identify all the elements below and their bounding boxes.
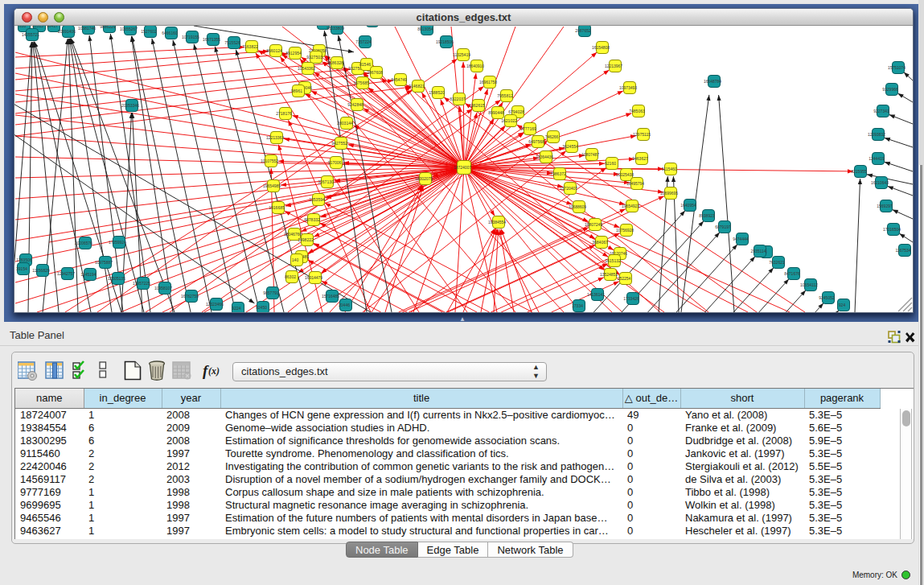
svg-text:19384554: 19384554 bbox=[488, 220, 506, 225]
svg-text:19654985: 19654985 bbox=[263, 183, 281, 188]
svg-text:15751074: 15751074 bbox=[888, 65, 906, 70]
svg-text:20206576: 20206576 bbox=[75, 241, 92, 245]
svg-text:8938923: 8938923 bbox=[699, 213, 715, 218]
svg-text:18640910: 18640910 bbox=[466, 64, 484, 68]
svg-text:16154808: 16154808 bbox=[592, 45, 610, 50]
svg-text:10025438: 10025438 bbox=[616, 172, 634, 177]
svg-text:92450: 92450 bbox=[256, 305, 267, 310]
svg-text:9115460: 9115460 bbox=[661, 167, 676, 171]
svg-text:1353594: 1353594 bbox=[309, 197, 325, 202]
svg-text:252254: 252254 bbox=[618, 276, 631, 281]
svg-text:1621022: 1621022 bbox=[501, 118, 517, 123]
svg-text:13524851: 13524851 bbox=[600, 272, 618, 277]
svg-text:924: 924 bbox=[839, 303, 846, 307]
svg-text:11156829: 11156829 bbox=[32, 268, 50, 273]
svg-text:9427552: 9427552 bbox=[331, 141, 347, 146]
svg-text:6794028: 6794028 bbox=[508, 109, 524, 114]
svg-text:1145194: 1145194 bbox=[80, 272, 96, 277]
svg-text:10655267: 10655267 bbox=[120, 27, 138, 31]
svg-text:20446: 20446 bbox=[339, 303, 350, 307]
svg-text:10654112: 10654112 bbox=[800, 282, 818, 287]
svg-text:2803144: 2803144 bbox=[337, 121, 353, 126]
svg-text:7163822: 7163822 bbox=[242, 44, 258, 49]
svg-text:17359924: 17359924 bbox=[109, 240, 126, 245]
svg-text:12093832: 12093832 bbox=[868, 132, 885, 137]
svg-text:9857791: 9857791 bbox=[263, 290, 279, 295]
svg-text:12505135: 12505135 bbox=[108, 276, 125, 281]
svg-text:90417: 90417 bbox=[47, 26, 58, 28]
svg-text:10756928: 10756928 bbox=[616, 228, 634, 233]
svg-text:3624554: 3624554 bbox=[562, 144, 578, 149]
svg-text:140: 140 bbox=[292, 257, 299, 262]
svg-text:9777169: 9777169 bbox=[520, 126, 536, 131]
svg-text:17957225: 17957225 bbox=[133, 281, 150, 286]
svg-text:7515526: 7515526 bbox=[224, 40, 240, 45]
svg-text:18495794: 18495794 bbox=[626, 181, 644, 186]
svg-text:12323466: 12323466 bbox=[206, 302, 224, 307]
svg-text:18807249: 18807249 bbox=[585, 222, 602, 227]
svg-text:6879197: 6879197 bbox=[715, 225, 731, 229]
svg-text:11325419: 11325419 bbox=[453, 52, 470, 57]
svg-text:12213363: 12213363 bbox=[266, 135, 284, 140]
svg-text:7955812: 7955812 bbox=[497, 93, 513, 98]
svg-text:16210643: 16210643 bbox=[871, 180, 889, 185]
svg-text:2087652: 2087652 bbox=[575, 28, 591, 33]
svg-text:8878332: 8878332 bbox=[304, 217, 320, 222]
svg-text:746266: 746266 bbox=[545, 134, 559, 139]
svg-text:8471676: 8471676 bbox=[784, 271, 800, 276]
svg-text:10046766: 10046766 bbox=[284, 232, 302, 237]
svg-text:8322037: 8322037 bbox=[450, 97, 466, 101]
svg-text:14055721: 14055721 bbox=[22, 32, 39, 37]
svg-text:9474444: 9474444 bbox=[733, 237, 749, 241]
svg-text:10719155: 10719155 bbox=[182, 35, 199, 39]
svg-text:3267130: 3267130 bbox=[318, 179, 334, 184]
svg-text:6497568: 6497568 bbox=[528, 139, 544, 144]
svg-text:19654923: 19654923 bbox=[622, 204, 639, 208]
svg-text:1167534: 1167534 bbox=[895, 248, 910, 253]
svg-text:18724007: 18724007 bbox=[454, 165, 471, 170]
svg-text:39154: 39154 bbox=[16, 266, 27, 271]
svg-text:7986372: 7986372 bbox=[550, 171, 566, 176]
svg-text:10975887: 10975887 bbox=[95, 260, 113, 265]
svg-text:917006: 917006 bbox=[328, 160, 342, 165]
svg-text:10543362: 10543362 bbox=[298, 66, 315, 71]
svg-text:62160: 62160 bbox=[605, 161, 616, 166]
svg-text:12213967: 12213967 bbox=[605, 64, 622, 68]
svg-text:16033809: 16033809 bbox=[326, 26, 344, 31]
svg-text:1615132: 1615132 bbox=[605, 258, 621, 263]
svg-text:16961758: 16961758 bbox=[479, 80, 497, 84]
svg-text:7485063: 7485063 bbox=[629, 109, 645, 113]
svg-text:10958107: 10958107 bbox=[154, 286, 172, 290]
svg-text:20691406: 20691406 bbox=[58, 29, 76, 34]
svg-text:18302075: 18302075 bbox=[415, 176, 433, 181]
svg-text:9886229: 9886229 bbox=[100, 26, 116, 29]
svg-text:2867608: 2867608 bbox=[367, 70, 383, 75]
svg-text:9224: 9224 bbox=[232, 306, 240, 311]
svg-text:10688609: 10688609 bbox=[569, 204, 586, 209]
svg-text:1733426: 1733426 bbox=[623, 296, 639, 301]
svg-text:2935114: 2935114 bbox=[750, 249, 766, 253]
svg-text:8660124: 8660124 bbox=[266, 48, 282, 53]
svg-text:9327503: 9327503 bbox=[306, 55, 322, 60]
svg-text:8454749: 8454749 bbox=[391, 77, 407, 82]
svg-text:86302: 86302 bbox=[285, 274, 296, 279]
svg-text:9242848: 9242848 bbox=[347, 102, 363, 107]
svg-text:1498222: 1498222 bbox=[298, 237, 314, 242]
svg-text:8215955: 8215955 bbox=[851, 169, 867, 174]
svg-text:9227341: 9227341 bbox=[873, 109, 889, 113]
svg-text:10807487: 10807487 bbox=[581, 152, 599, 157]
svg-text:12942757: 12942757 bbox=[57, 271, 75, 276]
svg-text:(x): (x) bbox=[208, 365, 220, 377]
svg-text:19218506: 19218506 bbox=[436, 39, 454, 44]
svg-text:9146821: 9146821 bbox=[409, 84, 425, 89]
svg-text:7632621: 7632621 bbox=[769, 260, 785, 265]
svg-text:10973493: 10973493 bbox=[619, 85, 637, 90]
svg-text:16671355: 16671355 bbox=[203, 37, 220, 42]
svg-text:3675685: 3675685 bbox=[353, 80, 369, 85]
svg-text:15716485: 15716485 bbox=[322, 294, 339, 299]
svg-text:17334: 17334 bbox=[572, 303, 583, 308]
svg-text:9463627: 9463627 bbox=[632, 156, 648, 161]
svg-text:20515: 20515 bbox=[32, 26, 43, 28]
svg-text:3684067: 3684067 bbox=[592, 240, 608, 245]
svg-text:2718176: 2718176 bbox=[276, 111, 292, 116]
